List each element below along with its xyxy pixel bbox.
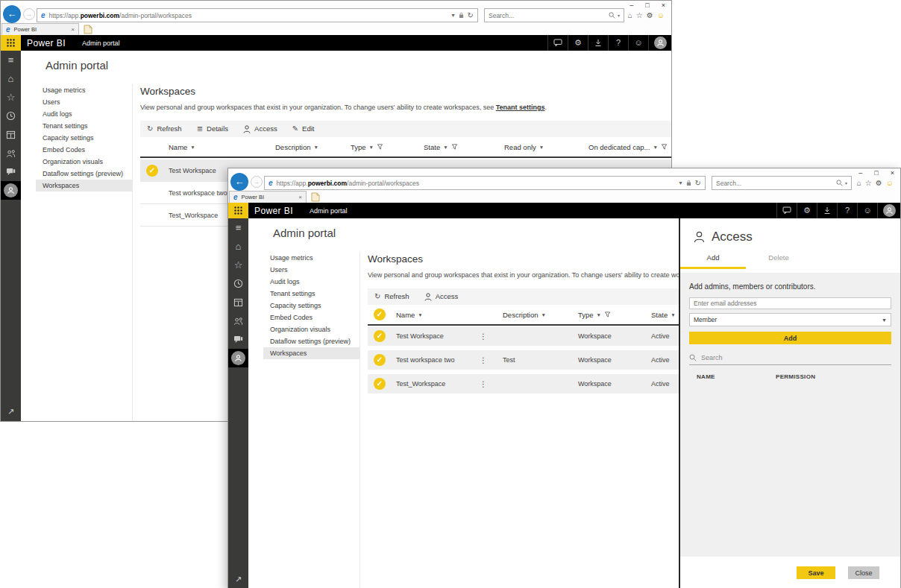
selected-check-icon[interactable]: ✓ — [374, 378, 386, 390]
selected-check-icon[interactable]: ✓ — [146, 165, 158, 177]
kebab-menu-icon[interactable]: ⋮ — [480, 380, 487, 388]
favorites-star-icon[interactable]: ☆ — [1, 88, 21, 107]
close-button[interactable]: Close — [848, 566, 879, 579]
nav-item-dataflow-settings[interactable]: Dataflow settings (preview) — [36, 168, 132, 180]
browser-search-input[interactable] — [712, 180, 836, 187]
close-button[interactable]: × — [891, 169, 894, 177]
close-button[interactable]: × — [662, 1, 665, 9]
expand-diagonal-arrow-icon[interactable]: ↗ — [228, 575, 248, 584]
autocomplete-caret-icon[interactable]: ▾ — [452, 12, 455, 19]
selected-check-icon[interactable]: ✓ — [374, 354, 386, 366]
kebab-menu-icon[interactable]: ⋮ — [480, 332, 487, 341]
column-header-read-only[interactable]: Read only▼ — [504, 143, 544, 151]
filter-funnel-icon[interactable] — [451, 144, 458, 151]
my-workspace-avatar[interactable] — [228, 349, 248, 367]
my-workspace-avatar[interactable] — [1, 181, 21, 200]
nav-item-usage-metrics[interactable]: Usage metrics — [36, 84, 132, 96]
forward-button[interactable]: → — [23, 8, 35, 20]
access-button[interactable]: Access — [243, 125, 277, 133]
nav-item-usage-metrics[interactable]: Usage metrics — [263, 252, 360, 264]
tab-close-icon[interactable]: × — [298, 194, 302, 200]
forward-button[interactable]: → — [251, 176, 263, 188]
filter-funnel-icon[interactable] — [377, 144, 383, 151]
nav-item-dataflow-settings[interactable]: Dataflow settings (preview) — [263, 335, 360, 347]
selected-check-icon[interactable]: ✓ — [374, 330, 386, 342]
settings-gear-icon[interactable]: ⚙ — [647, 12, 653, 19]
home-icon[interactable]: ⌂ — [628, 12, 632, 19]
email-addresses-input[interactable] — [689, 297, 891, 309]
workspaces-icon[interactable] — [1, 162, 21, 181]
column-header-type[interactable]: Type▼ — [351, 143, 383, 151]
browser-search-box[interactable]: ▾ — [484, 8, 624, 22]
save-button[interactable]: Save — [797, 566, 835, 579]
column-header-description[interactable]: Description▼ — [275, 143, 318, 151]
address-bar[interactable]: e https://app.powerbi.com/admin-portal/w… — [264, 176, 706, 190]
nav-item-tenant-settings[interactable]: Tenant settings — [36, 120, 132, 132]
favorites-star-icon[interactable]: ☆ — [865, 180, 872, 187]
help-icon[interactable]: ? — [608, 35, 628, 51]
nav-item-organization-visuals[interactable]: Organization visuals — [263, 323, 360, 335]
smiley-feedback-icon[interactable]: ☺ — [628, 35, 648, 51]
back-button[interactable]: ← — [3, 5, 21, 23]
nav-item-workspaces[interactable]: Workspaces — [263, 347, 360, 359]
browser-tab[interactable]: e Power BI × — [229, 191, 307, 203]
tab-add[interactable]: Add — [680, 253, 746, 269]
settings-gear-icon[interactable]: ⚙ — [568, 35, 588, 51]
account-avatar[interactable] — [648, 35, 671, 51]
autocomplete-caret-icon[interactable]: ▾ — [679, 180, 682, 186]
favorites-star-icon[interactable]: ☆ — [636, 12, 643, 19]
maximize-button[interactable]: □ — [874, 169, 878, 177]
app-launcher-waffle-icon[interactable] — [228, 203, 248, 218]
nav-item-users[interactable]: Users — [36, 96, 132, 108]
smiley-feedback-icon[interactable]: ☺ — [857, 203, 877, 218]
nav-item-users[interactable]: Users — [263, 264, 360, 276]
table-row[interactable]: ✓ Test workspace two ⋮ Test Workspace Ac… — [368, 350, 682, 370]
address-bar[interactable]: e https://app.powerbi.com/admin-portal/w… — [37, 8, 478, 22]
select-all-check-icon[interactable]: ✓ — [374, 309, 386, 320]
edit-button[interactable]: ✎Edit — [292, 125, 315, 133]
menu-hamburger-icon[interactable]: ≡ — [1, 51, 21, 69]
tab-delete[interactable]: Delete — [746, 253, 811, 269]
tab-close-icon[interactable]: × — [71, 26, 75, 33]
search-caret-icon[interactable]: ▾ — [845, 180, 847, 186]
access-button[interactable]: Access — [424, 293, 459, 301]
nav-item-workspaces[interactable]: Workspaces — [36, 180, 132, 192]
nav-item-tenant-settings[interactable]: Tenant settings — [263, 288, 360, 300]
refresh-page-icon[interactable]: ↻ — [695, 179, 701, 187]
column-header-name[interactable]: Name▼ — [396, 311, 423, 319]
help-icon[interactable]: ? — [837, 203, 857, 218]
column-header-description[interactable]: Description▼ — [503, 311, 546, 319]
minimize-button[interactable]: – — [858, 169, 862, 177]
nav-item-capacity-settings[interactable]: Capacity settings — [36, 132, 132, 144]
maximize-button[interactable]: □ — [645, 1, 649, 9]
tenant-settings-link[interactable]: Tenant settings — [496, 104, 545, 111]
nav-item-organization-visuals[interactable]: Organization visuals — [36, 156, 132, 168]
favorites-star-icon[interactable]: ☆ — [228, 256, 248, 274]
role-dropdown[interactable]: Member ▼ — [689, 313, 891, 326]
settings-gear-icon[interactable]: ⚙ — [797, 203, 817, 218]
column-header-state[interactable]: State▼ — [424, 143, 458, 151]
feedback-smiley-icon[interactable]: ☺ — [886, 180, 894, 187]
column-header-type[interactable]: Type▼ — [578, 311, 611, 319]
shared-with-me-icon[interactable] — [1, 144, 21, 162]
feedback-smiley-icon[interactable]: ☺ — [657, 12, 665, 19]
new-tab-button[interactable] — [311, 192, 320, 202]
column-header-dedicated-capacity[interactable]: On dedicated cap...▼ — [588, 143, 668, 151]
recent-clock-icon[interactable] — [228, 274, 248, 293]
browser-tab[interactable]: e Power BI × — [1, 23, 79, 35]
home-icon[interactable]: ⌂ — [857, 180, 861, 187]
home-icon[interactable]: ⌂ — [1, 69, 21, 88]
workspaces-icon[interactable] — [228, 330, 248, 349]
details-button[interactable]: ≣Details — [197, 125, 228, 133]
table-row[interactable]: ✓ Test Workspace ⋮ Workspace Active — [368, 326, 682, 346]
home-icon[interactable]: ⌂ — [228, 237, 248, 256]
refresh-button[interactable]: ↻Refresh — [147, 125, 182, 133]
search-caret-icon[interactable]: ▾ — [618, 13, 620, 18]
filter-funnel-icon[interactable] — [604, 312, 611, 318]
apps-icon[interactable] — [1, 125, 21, 144]
nav-item-embed-codes[interactable]: Embed Codes — [36, 144, 132, 156]
powerbi-logo[interactable]: Power BI — [254, 206, 293, 216]
nav-item-audit-logs[interactable]: Audit logs — [263, 276, 360, 288]
add-button[interactable]: Add — [689, 332, 891, 344]
new-tab-button[interactable] — [84, 25, 92, 34]
